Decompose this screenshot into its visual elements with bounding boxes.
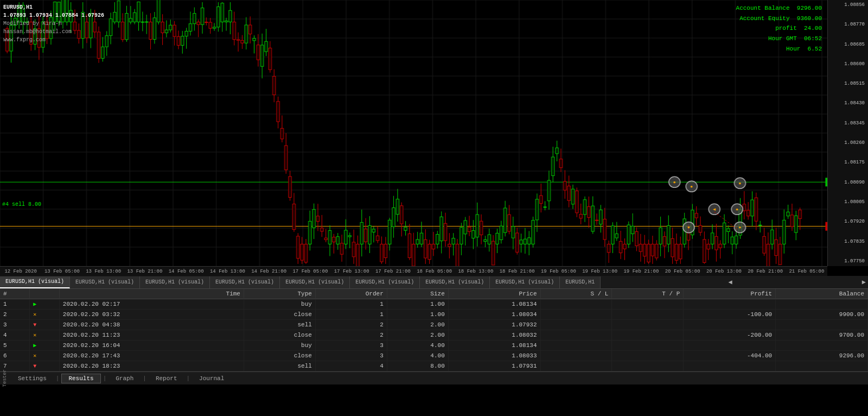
table-row[interactable]: 1▶2020.02.20 02:17buy11.001.08134 <box>0 299 868 310</box>
time-tick: 14 Feb 13:00 <box>207 269 248 274</box>
chart-info: EURUSD,H1 1.07893 1.07934 1.07884 1.0792… <box>3 3 104 44</box>
price-label: 1.07835 <box>829 239 867 244</box>
account-info: Account Balance 9296.00 Account Equity 9… <box>736 3 822 54</box>
chart-tab[interactable]: EURUSD,H1 (visual) <box>0 276 70 288</box>
time-tick: 19 Feb 13:00 <box>579 269 621 274</box>
table-cell <box>612 310 684 320</box>
table-cell: -404.00 <box>684 351 776 361</box>
bottom-tab-graph[interactable]: Graph <box>108 374 141 383</box>
table-cell: buy <box>244 299 315 310</box>
table-row[interactable]: 4✕2020.02.20 11:23close22.001.08032-200.… <box>0 330 868 341</box>
price-label: 1.08345 <box>829 121 867 126</box>
tab-separator: | <box>55 375 61 382</box>
table-cell <box>540 320 612 330</box>
chart-prices: 1.07893 1.07934 1.07884 1.07926 <box>3 11 104 20</box>
table-cell <box>776 320 868 330</box>
time-tick: 19 Feb 05:00 <box>538 269 579 274</box>
table-cell: 1.07932 <box>448 320 540 330</box>
price-label: 1.08005 <box>829 199 867 205</box>
chart-tab[interactable]: EURUSD,H1 <box>560 276 601 288</box>
table-row[interactable]: 2✕2020.02.20 03:32close11.001.08034-100.… <box>0 310 868 320</box>
tab-separator: | <box>185 375 191 382</box>
chart-tab[interactable]: EURUSD,H1 (visual) <box>280 276 350 288</box>
time-tick: 12 Feb 2020 <box>0 269 41 274</box>
bottom-tab-settings[interactable]: Settings <box>11 374 54 383</box>
table-cell <box>612 330 684 341</box>
table-cell: sell <box>244 320 315 330</box>
chart-website: www.fxprg.com <box>3 36 104 44</box>
table-row[interactable]: 3▼2020.02.20 04:38sell22.001.07932 <box>0 320 868 330</box>
table-header-cell: S / L <box>540 289 612 299</box>
account-profit-value: 24.00 <box>804 25 822 31</box>
table-cell: ▼ <box>30 361 60 371</box>
table-cell: close <box>244 351 315 361</box>
price-label: 1.08090 <box>829 180 867 185</box>
chart-tab[interactable]: EURUSD,H1 (visual) <box>70 276 140 288</box>
table-cell: 2020.02.20 17:43 <box>59 351 244 361</box>
table-cell: 1.08034 <box>448 310 540 320</box>
table-header-cell: T / P <box>612 289 684 299</box>
table-header-cell: # <box>0 289 30 299</box>
table-body: 1▶2020.02.20 02:17buy11.001.081342✕2020.… <box>0 299 868 371</box>
time-tick: 17 Feb 13:00 <box>331 269 372 274</box>
table-row[interactable]: 7▼2020.02.20 18:23sell48.001.07931 <box>0 361 868 371</box>
table-cell <box>540 341 612 351</box>
chart-tab[interactable]: EURUSD,H1 (visual) <box>490 276 560 288</box>
table-cell <box>612 351 684 361</box>
table-cell: ▶ <box>30 299 60 310</box>
tab-separator: | <box>102 375 108 382</box>
chart-email: hassan.mb@hotmail.com <box>3 28 104 36</box>
table-header-cell <box>30 289 60 299</box>
chart-tab[interactable]: EURUSD,H1 (visual) <box>350 276 420 288</box>
table-row[interactable]: 5▶2020.02.20 16:04buy34.001.08134 <box>0 341 868 351</box>
time-tick: 14 Feb 05:00 <box>165 269 207 274</box>
table-cell <box>776 341 868 351</box>
table-cell: 4.00 <box>387 351 448 361</box>
icon-buy: ▶ <box>33 301 36 307</box>
table-cell: -200.00 <box>684 330 776 341</box>
table-header-cell: Type <box>244 289 315 299</box>
table-cell <box>540 351 612 361</box>
table-cell: 2020.02.20 16:04 <box>59 341 244 351</box>
table-cell: 9900.00 <box>776 310 868 320</box>
table-cell <box>776 361 868 371</box>
time-tick: 20 Feb 13:00 <box>703 269 744 274</box>
chart-symbol: EURUSD,H1 <box>3 3 104 11</box>
price-label: 1.08685 <box>829 42 867 47</box>
price-label: 1.08430 <box>829 100 867 106</box>
bottom-tab-report[interactable]: Report <box>149 374 184 383</box>
table-cell: ✕ <box>30 351 60 361</box>
table-cell <box>684 320 776 330</box>
tab-nav-right[interactable]: ▶ <box>860 278 868 286</box>
table-cell: 1.08032 <box>448 330 540 341</box>
time-tick: 20 Feb 21:00 <box>745 269 786 274</box>
time-tick: 17 Feb 21:00 <box>372 269 413 274</box>
chart-modified: Modified by Kira-h <box>3 20 104 28</box>
table-header-cell: Profit <box>684 289 776 299</box>
account-equity-value: 9360.00 <box>797 15 822 22</box>
icon-buy: ▶ <box>33 343 36 349</box>
time-tick: 20 Feb 05:00 <box>662 269 703 274</box>
chart-tab[interactable]: EURUSD,H1 (visual) <box>210 276 280 288</box>
table-cell: 8.00 <box>387 361 448 371</box>
account-hour-label: Hour <box>786 46 800 52</box>
chart-tabs: EURUSD,H1 (visual)EURUSD,H1 (visual)EURU… <box>0 276 868 289</box>
chart-tab[interactable]: EURUSD,H1 (visual) <box>140 276 210 288</box>
table-cell: 2020.02.20 04:38 <box>59 320 244 330</box>
table-cell <box>684 299 776 310</box>
table-cell: ▼ <box>30 320 60 330</box>
table-cell: 4 <box>0 330 30 341</box>
chart-tab[interactable]: EURUSD,H1 (visual) <box>420 276 490 288</box>
table-header-cell: Balance <box>776 289 868 299</box>
icon-close: ✕ <box>33 312 36 318</box>
tab-nav-left[interactable]: ◀ <box>726 278 734 286</box>
table-row[interactable]: 6✕2020.02.20 17:43close34.001.08033-404.… <box>0 351 868 361</box>
time-tick: 14 Feb 21:00 <box>248 269 290 274</box>
bottom-tab-results[interactable]: Results <box>61 374 100 383</box>
account-balance-value: 9296.00 <box>797 5 822 11</box>
table-cell: 5 <box>0 341 30 351</box>
table-cell: ✕ <box>30 330 60 341</box>
table-cell: 2020.02.20 02:17 <box>59 299 244 310</box>
bottom-tab-journal[interactable]: Journal <box>192 374 231 383</box>
results-table-container: #TimeTypeOrderSizePriceS / LT / PProfitB… <box>0 289 868 371</box>
